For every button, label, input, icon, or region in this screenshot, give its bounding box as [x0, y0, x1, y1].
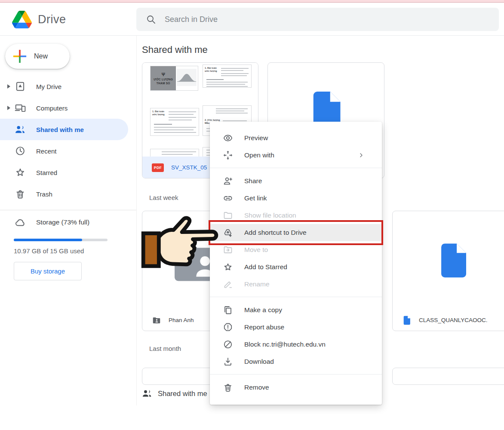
download-icon	[223, 356, 233, 367]
shared-folder-icon	[152, 316, 161, 325]
thumb-slide-3: 1. Bài toánước lượng	[150, 108, 199, 136]
move-to-folder-icon	[223, 245, 233, 255]
menu-item-add-to-starred[interactable]: Add to Starred	[210, 258, 382, 276]
sidebar-item-label: My Drive	[36, 83, 61, 90]
copy-icon	[223, 305, 233, 315]
sidebar-nav: My Drive Computers Shared with me Recent	[0, 76, 129, 205]
menu-item-report-abuse[interactable]: Report abuse	[210, 319, 382, 336]
section-last-month: Last month	[149, 345, 181, 352]
sidebar-item-label: Recent	[36, 147, 57, 155]
app-header: Drive Search in Drive	[0, 3, 504, 36]
file-name: CLASS_QUANLYCAOOC.	[419, 317, 488, 323]
menu-item-rename[interactable]: Rename	[210, 276, 382, 293]
chevron-right-icon	[358, 152, 365, 159]
storage-header[interactable]: Storage (73% full)	[0, 213, 129, 233]
sidebar-item-computers[interactable]: Computers	[0, 97, 129, 119]
buy-storage-button[interactable]: Buy storage	[14, 262, 82, 280]
menu-item-open-with[interactable]: Open with	[210, 147, 382, 164]
expand-caret-icon[interactable]	[7, 84, 10, 89]
document-icon	[438, 241, 469, 280]
link-icon	[223, 193, 233, 203]
location-footer: Shared with me	[142, 388, 207, 399]
menu-item-preview[interactable]: Preview	[210, 129, 382, 147]
sidebar-item-label: Computers	[36, 104, 68, 112]
document-icon	[402, 316, 412, 325]
report-abuse-icon	[223, 322, 233, 332]
drive-logo-group[interactable]: Drive	[12, 11, 66, 28]
thumb-slide-cover: Ψ ƯỚC LƯỢNG THAM SỐ	[150, 66, 198, 91]
top-pink-strip	[0, 0, 504, 3]
file-card-partial-right[interactable]	[392, 368, 504, 385]
menu-item-get-link[interactable]: Get link	[210, 190, 382, 207]
open-with-icon	[223, 150, 233, 160]
thumb-slide-2: 1. Bài toánước lượng	[203, 64, 252, 88]
star-icon	[15, 167, 26, 178]
sidebar: New My Drive Computers Shared with me	[0, 36, 136, 430]
storage-progress-bar	[14, 239, 108, 241]
sidebar-item-trash[interactable]: Trash	[0, 183, 129, 205]
sidebar-divider	[0, 210, 136, 210]
page-title: Shared with me	[142, 44, 208, 55]
sidebar-item-shared-with-me[interactable]: Shared with me	[0, 119, 128, 140]
menu-divider	[210, 374, 382, 375]
pdf-file-icon: PDF	[152, 163, 164, 172]
new-button[interactable]: New	[5, 44, 70, 69]
menu-item-block-user[interactable]: Block nc.tri@hutech.edu.vn	[210, 336, 382, 353]
trash-icon	[15, 188, 26, 200]
menu-item-add-shortcut-to-drive[interactable]: Add shortcut to Drive	[210, 224, 382, 241]
bell-curve-graphic	[177, 69, 197, 86]
menu-item-show-file-location[interactable]: Show file location	[210, 207, 382, 224]
people-icon	[142, 388, 152, 399]
search-placeholder: Search in Drive	[165, 15, 218, 24]
file-name: SV_XSTK_05	[171, 164, 207, 171]
menu-item-make-a-copy[interactable]: Make a copy	[210, 301, 382, 319]
plus-multicolor-icon	[12, 49, 27, 64]
context-menu: Preview Open with Share Get link Show fi…	[210, 122, 382, 405]
folder-icon	[223, 210, 233, 221]
storage-usage-text: 10.97 GB of 15 GB used	[14, 247, 84, 255]
menu-item-share[interactable]: Share	[210, 172, 382, 190]
file-card-footer[interactable]: CLASS_QUANLYCAOOC.	[393, 309, 504, 331]
sidebar-item-label: Shared with me	[36, 126, 84, 133]
person-add-icon	[223, 176, 233, 186]
search-icon	[146, 14, 156, 25]
block-icon	[223, 339, 233, 350]
menu-item-download[interactable]: Download	[210, 353, 382, 370]
sidebar-item-label: Trash	[36, 190, 52, 198]
sidebar-content-divider	[136, 36, 137, 405]
clock-icon	[15, 145, 26, 157]
drive-shortcut-icon	[223, 227, 233, 238]
trash-icon	[223, 382, 233, 393]
computers-icon	[15, 102, 26, 114]
storage-label: Storage (73% full)	[36, 218, 89, 226]
sidebar-item-my-drive[interactable]: My Drive	[0, 76, 129, 97]
star-icon	[223, 262, 233, 272]
location-footer-label: Shared with me	[158, 390, 207, 398]
people-icon	[15, 124, 26, 135]
section-last-week: Last week	[149, 194, 178, 201]
sidebar-item-label: Starred	[36, 169, 57, 176]
file-card-class-quanlycaooc[interactable]: CLASS_QUANLYCAOOC.	[392, 211, 504, 331]
pencil-icon	[223, 279, 233, 289]
menu-divider	[210, 297, 382, 297]
sidebar-item-recent[interactable]: Recent	[0, 140, 129, 162]
storage-section: Storage (73% full) 10.97 GB of 15 GB use…	[0, 213, 129, 233]
my-drive-icon	[15, 81, 26, 92]
file-name: Phan Anh	[169, 317, 194, 323]
app-title: Drive	[38, 13, 66, 26]
drive-logo-icon	[12, 11, 32, 28]
new-button-label: New	[34, 52, 48, 60]
thumb-slide-5	[150, 149, 199, 157]
menu-item-move-to[interactable]: Move to	[210, 241, 382, 258]
expand-caret-icon[interactable]	[7, 106, 10, 110]
search-input[interactable]: Search in Drive	[136, 8, 499, 31]
menu-item-remove[interactable]: Remove	[210, 379, 382, 396]
sidebar-item-starred[interactable]: Starred	[0, 162, 129, 183]
cloud-icon	[15, 217, 26, 228]
storage-progress-fill	[14, 239, 82, 241]
menu-divider	[210, 168, 382, 168]
eye-icon	[223, 133, 233, 143]
